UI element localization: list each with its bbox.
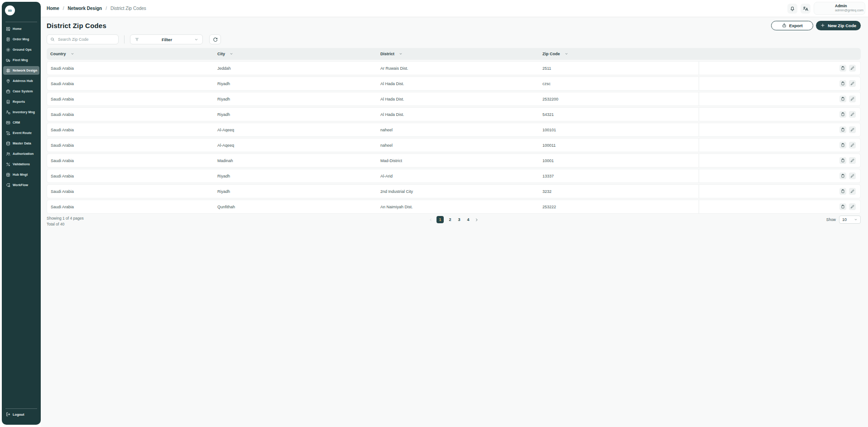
page-button-1[interactable]: 1 — [436, 216, 444, 223]
sort-chevron-icon — [565, 52, 568, 56]
table-row: Saudi ArabiaQunfithahAn Naimiyah Dist.25… — [47, 200, 861, 214]
filter-dropdown[interactable]: Filter — [130, 34, 203, 44]
breadcrumb-item-home[interactable]: Home — [47, 6, 59, 11]
edit-row-button[interactable] — [849, 111, 856, 118]
copy-row-button[interactable] — [839, 80, 846, 87]
table-cell: Al-Aqeeq — [214, 128, 377, 132]
copy-row-button[interactable] — [839, 65, 846, 72]
edit-row-button[interactable] — [849, 80, 856, 87]
search-input[interactable] — [57, 37, 115, 42]
row-actions — [699, 200, 860, 213]
table-footer: Showing 1 of 4 pages Total of 40 1234 Sh… — [47, 216, 861, 227]
sidebar-item-hub-mngt[interactable]: Hub Mngt — [3, 170, 39, 179]
edit-row-button[interactable] — [849, 96, 856, 102]
column-header-city[interactable]: City — [214, 52, 377, 56]
sidebar-item-master-data[interactable]: Master Data — [3, 139, 39, 148]
sort-chevron-icon — [399, 52, 403, 56]
sidebar-item-order-mng[interactable]: Order Mng — [3, 35, 39, 43]
sidebar-item-authorization[interactable]: Authorization — [3, 149, 39, 158]
breadcrumb-separator: / — [63, 6, 64, 11]
sidebar-item-fleet-mng[interactable]: Fleet Mng — [3, 56, 39, 64]
sidebar-item-network-design[interactable]: Network Design — [3, 66, 39, 75]
table-cell: 2nd Industrial City — [377, 189, 539, 194]
page-button-2[interactable]: 2 — [447, 217, 453, 222]
copy-row-button[interactable] — [839, 111, 846, 118]
sidebar-item-home[interactable]: Home — [3, 24, 39, 33]
new-zip-code-button[interactable]: New Zip Code — [816, 21, 861, 30]
sidebar-item-event-route[interactable]: Event Route — [3, 129, 39, 137]
table-body: Saudi ArabiaJeddahAr Ruwais Dist.2511Sau… — [47, 61, 861, 214]
column-header-country[interactable]: Country — [47, 52, 214, 56]
table-cell: 54321 — [539, 112, 699, 117]
sidebar-item-address-hub[interactable]: Address Hub — [3, 77, 39, 85]
sidebar-item-label: WorkFlow — [13, 183, 28, 187]
edit-row-button[interactable] — [849, 142, 856, 149]
user-name: Admin — [835, 4, 862, 8]
sidebar-item-ground-ops[interactable]: Ground Ops — [3, 45, 39, 54]
edit-row-button[interactable] — [849, 65, 856, 72]
edit-row-button[interactable] — [849, 157, 856, 164]
logout-label: Logout — [13, 413, 24, 417]
sidebar-item-label: Home — [13, 27, 22, 30]
edit-row-button[interactable] — [849, 203, 856, 210]
report-icon — [6, 100, 10, 104]
table-cell: 2532200 — [539, 97, 699, 101]
table-cell: Al Hada Dist. — [377, 82, 539, 86]
page-button-4[interactable]: 4 — [465, 217, 471, 222]
sidebar-item-validations[interactable]: Validations — [3, 160, 39, 168]
sidebar-item-reports[interactable]: Reports — [3, 97, 39, 106]
copy-row-button[interactable] — [839, 96, 846, 102]
table-cell: Saudi Arabia — [47, 143, 214, 148]
copy-icon — [841, 97, 845, 101]
column-label: District — [380, 52, 394, 56]
edit-row-button[interactable] — [849, 173, 856, 179]
copy-icon — [841, 112, 845, 116]
copy-row-button[interactable] — [839, 142, 846, 149]
table-row: Saudi ArabiaMadinahMad-District10001 — [47, 154, 861, 168]
refresh-button[interactable] — [209, 34, 221, 44]
column-header-district[interactable]: District — [377, 52, 539, 56]
case-icon — [6, 89, 10, 94]
export-icon — [782, 23, 786, 28]
sidebar-item-workflow[interactable]: WorkFlow — [3, 181, 39, 189]
copy-row-button[interactable] — [839, 173, 846, 179]
copy-icon — [841, 189, 845, 193]
copy-row-button[interactable] — [839, 188, 846, 195]
chevron-down-icon — [854, 218, 858, 221]
sidebar-item-label: Master Data — [13, 142, 31, 145]
sidebar-item-inventory-mng[interactable]: Inventory Mng — [3, 108, 39, 116]
table-cell: Saudi Arabia — [47, 112, 214, 117]
filter-funnel-icon — [134, 37, 139, 42]
column-header-zip-code[interactable]: Zip Code — [539, 52, 699, 56]
export-label: Export — [789, 23, 803, 28]
copy-icon — [841, 128, 845, 132]
edit-row-button[interactable] — [849, 126, 856, 133]
table-cell: Qunfithah — [214, 205, 377, 209]
app-logo[interactable]: ∞ — [5, 5, 15, 15]
export-button[interactable]: Export — [771, 21, 813, 30]
copy-row-button[interactable] — [839, 203, 846, 210]
language-button[interactable] — [801, 4, 810, 14]
page-size-select[interactable]: 10 — [839, 216, 861, 224]
filter-funnel-icon — [134, 37, 139, 42]
user-email: admin@gnteq.com — [835, 8, 862, 12]
row-actions — [699, 123, 860, 136]
row-actions — [699, 154, 860, 167]
show-label: Show — [826, 217, 836, 222]
table-cell: 100101 — [539, 128, 699, 132]
copy-row-button[interactable] — [839, 157, 846, 164]
table-cell: 100011 — [539, 143, 699, 148]
notifications-button[interactable] — [787, 4, 797, 14]
total-text: Total of 40 — [47, 221, 84, 227]
user-chip[interactable]: Admin admin@gnteq.com — [814, 2, 865, 15]
table-cell: Saudi Arabia — [47, 97, 214, 101]
sidebar-item-label: Order Mng — [13, 38, 29, 41]
page-size-value: 10 — [842, 217, 847, 222]
edit-row-button[interactable] — [849, 188, 856, 195]
logout-button[interactable]: Logout — [6, 412, 24, 417]
copy-row-button[interactable] — [839, 126, 846, 133]
breadcrumb-item-network-design[interactable]: Network Design — [68, 6, 102, 11]
sidebar-item-case-system[interactable]: Case System — [3, 87, 39, 96]
page-button-3[interactable]: 3 — [456, 217, 462, 222]
sidebar-item-crm[interactable]: CRM — [3, 118, 39, 127]
